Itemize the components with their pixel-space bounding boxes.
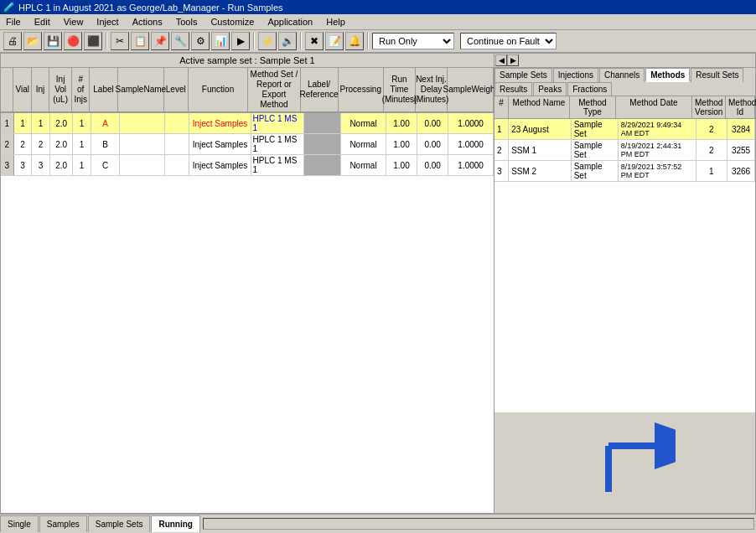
tab-bottom-running[interactable]: Running <box>151 515 200 532</box>
toolbar-btn-16[interactable]: 📝 <box>325 32 344 50</box>
right-cell-date-3: 8/19/2021 3:57:52 PM EDT <box>619 161 696 181</box>
toolbar-btn-17[interactable]: 🔔 <box>345 32 364 50</box>
menu-bar: File Edit View Inject Actions Tools Cust… <box>0 14 756 30</box>
title-bar: 🧪 HPLC 1 in August 2021 as George/Lab_Ma… <box>0 0 756 14</box>
tab-channels[interactable]: Channels <box>599 68 645 82</box>
right-header-id: Method Id <box>726 96 755 118</box>
right-cell-name-1: 23 August <box>509 119 571 139</box>
right-cell-num-1: 1 <box>495 119 509 139</box>
menu-actions[interactable]: Actions <box>130 16 165 28</box>
cell-methodset-2: HPLC 1 MS 1 <box>251 134 305 154</box>
status-bar: Single Samples Sample Sets Running <box>0 514 756 532</box>
cell-label-1: A <box>91 113 120 133</box>
tab-methods[interactable]: Methods <box>645 68 690 82</box>
toolbar-sep-1 <box>106 33 107 49</box>
right-panel-back-btn[interactable]: ◀ <box>495 54 507 66</box>
table-row[interactable]: 1 1 1 2.0 1 A Inject Samples HPLC 1 MS 1… <box>1 113 494 134</box>
cell-sampleweight-1: 1.0000 <box>448 113 494 133</box>
toolbar-btn-13[interactable]: ⚡ <box>258 32 277 50</box>
header-runtime: Run Time (Minutes) <box>384 68 416 111</box>
menu-help[interactable]: Help <box>324 16 348 28</box>
row-num-2: 2 <box>1 134 14 154</box>
toolbar-btn-12[interactable]: ▶ <box>231 32 250 50</box>
right-table-row-1[interactable]: 1 23 August Sample Set 8/29/2021 9:49:34… <box>495 119 755 140</box>
menu-edit[interactable]: Edit <box>32 16 53 28</box>
cell-samplename-2 <box>120 134 165 154</box>
cell-labelref-1 <box>304 113 341 133</box>
right-table-body: 1 23 August Sample Set 8/29/2021 9:49:34… <box>495 119 755 412</box>
toolbar-btn-4[interactable]: 🔴 <box>64 32 82 50</box>
table-row[interactable]: 3 3 3 2.0 1 C Inject Samples HPLC 1 MS 1… <box>1 155 494 176</box>
cell-runtime-3: 1.00 <box>386 155 417 175</box>
cell-samplename-1 <box>120 113 165 133</box>
cell-labelref-2 <box>304 134 341 154</box>
menu-tools[interactable]: Tools <box>173 16 200 28</box>
menu-inject[interactable]: Inject <box>94 16 121 28</box>
right-cell-type-1: Sample Set <box>572 119 619 139</box>
header-level: Level <box>164 68 189 111</box>
cell-function-3: Inject Samples <box>189 155 251 175</box>
run-mode-dropdown[interactable]: Run Only Load and Run Load Only <box>372 33 454 49</box>
toolbar-btn-9[interactable]: 🔧 <box>171 32 189 50</box>
cell-vial-2: 2 <box>14 134 33 154</box>
title-bar-icon: 🧪 <box>3 2 15 13</box>
header-vial: Vial <box>13 68 32 111</box>
tab-result-sets[interactable]: Result Sets <box>691 68 743 82</box>
toolbar: 🖨 📂 💾 🔴 ⬛ ✂ 📋 📌 🔧 ⚙ 📊 ▶ ⚡ 🔊 ✖ 📝 🔔 Run On… <box>0 30 756 53</box>
header-labelref: Label/ Reference <box>301 68 339 111</box>
toolbar-btn-8[interactable]: 📌 <box>151 32 169 50</box>
header-function: Function <box>189 68 249 111</box>
cell-nextinj-2: 0.00 <box>417 134 448 154</box>
tab-sample-sets[interactable]: Sample Sets <box>495 68 552 82</box>
tab-bottom-samplesets[interactable]: Sample Sets <box>88 515 151 532</box>
right-cell-id-2: 3255 <box>728 140 755 160</box>
toolbar-btn-15[interactable]: ✖ <box>305 32 324 50</box>
toolbar-btn-14[interactable]: 🔊 <box>278 32 297 50</box>
tab-bottom-single[interactable]: Single <box>0 515 39 532</box>
right-header-date: Method Date <box>616 96 692 118</box>
tab-fractions[interactable]: Fractions <box>567 82 612 96</box>
main-container: Active sample set : Sample Set 1 Vial In… <box>0 53 756 514</box>
toolbar-btn-2[interactable]: 📂 <box>23 32 42 50</box>
right-cell-version-3: 1 <box>696 161 728 181</box>
toolbar-btn-7[interactable]: 📋 <box>131 32 149 50</box>
cell-samplename-3 <box>120 155 165 175</box>
toolbar-btn-5[interactable]: ⬛ <box>84 32 102 50</box>
right-header-type: Method Type <box>570 96 616 118</box>
right-table-row-2[interactable]: 2 SSM 1 Sample Set 8/19/2021 2:44:31 PM … <box>495 140 755 161</box>
tab-injections[interactable]: Injections <box>553 68 598 82</box>
cell-function-1: Inject Samples <box>189 113 251 133</box>
cell-vol-3: 2.0 <box>50 155 73 175</box>
menu-view[interactable]: View <box>61 16 86 28</box>
cell-label-3: C <box>91 155 120 175</box>
tab-peaks[interactable]: Peaks <box>533 82 567 96</box>
menu-customize[interactable]: Customize <box>208 16 256 28</box>
menu-file[interactable]: File <box>3 16 23 28</box>
table-header: Vial Inj Inj Vol (uL) # of Injs Label Sa… <box>1 68 494 113</box>
fault-mode-dropdown[interactable]: Continue on Fault Stop on Fault <box>460 33 557 49</box>
cell-processing-3: Normal <box>341 155 386 175</box>
toolbar-btn-1[interactable]: 🖨 <box>3 32 22 50</box>
menu-application[interactable]: Application <box>265 16 315 28</box>
header-processing: Processing <box>339 68 384 111</box>
right-cell-type-2: Sample Set <box>572 140 619 160</box>
right-table-row-3[interactable]: 3 SSM 2 Sample Set 8/19/2021 3:57:52 PM … <box>495 161 755 182</box>
table-row[interactable]: 2 2 2 2.0 1 B Inject Samples HPLC 1 MS 1… <box>1 134 494 155</box>
toolbar-btn-6[interactable]: ✂ <box>111 32 129 50</box>
left-panel: Active sample set : Sample Set 1 Vial In… <box>0 53 495 514</box>
horizontal-scrollbar[interactable] <box>203 518 754 530</box>
table-body: 1 1 1 2.0 1 A Inject Samples HPLC 1 MS 1… <box>1 113 494 513</box>
toolbar-btn-11[interactable]: 📊 <box>211 32 230 50</box>
tab-results[interactable]: Results <box>495 82 532 96</box>
cell-inj-1: 1 <box>32 113 50 133</box>
right-panel-tabs: Sample Sets Injections Channels Methods … <box>495 68 755 96</box>
toolbar-btn-10[interactable]: ⚙ <box>191 32 210 50</box>
cell-vol-2: 2.0 <box>50 134 73 154</box>
header-samplename: SampleName <box>118 68 164 111</box>
right-panel-fwd-btn[interactable]: ▶ <box>507 54 519 66</box>
toolbar-sep-3 <box>300 33 302 49</box>
cell-inj-2: 2 <box>32 134 50 154</box>
tab-bottom-samples[interactable]: Samples <box>39 515 87 532</box>
right-cell-type-3: Sample Set <box>572 161 619 181</box>
toolbar-btn-3[interactable]: 💾 <box>44 32 62 50</box>
